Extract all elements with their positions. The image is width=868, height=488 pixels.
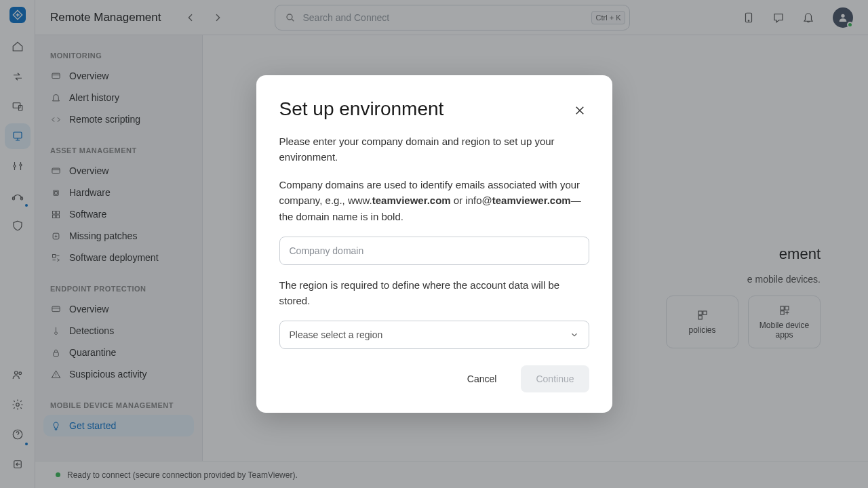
modal-para1: Please enter your company domain and reg… (279, 134, 589, 165)
region-select[interactable]: Please select a region (279, 321, 589, 349)
modal-title: Set up environment (279, 98, 444, 120)
modal-overlay: Set up environment Please enter your com… (0, 0, 868, 488)
modal-para3: The region is required to define where t… (279, 277, 589, 309)
company-domain-input[interactable] (279, 237, 589, 265)
continue-button[interactable]: Continue (521, 365, 589, 392)
cancel-button[interactable]: Cancel (452, 365, 512, 392)
modal-para2: Company domains are used to identify ema… (279, 177, 589, 224)
select-placeholder: Please select a region (290, 328, 383, 343)
close-button[interactable] (570, 101, 589, 120)
chevron-down-icon (570, 330, 579, 340)
setup-environment-modal: Set up environment Please enter your com… (256, 75, 612, 413)
